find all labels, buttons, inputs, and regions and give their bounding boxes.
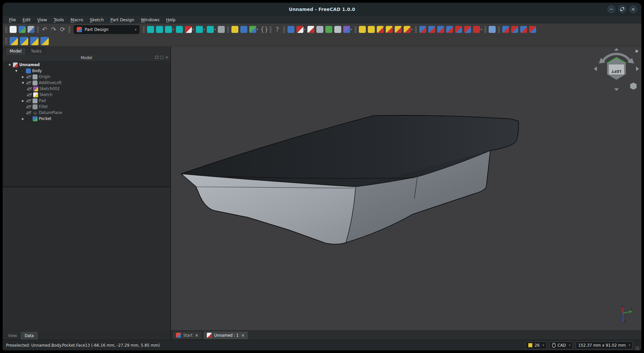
subtractive-helix-button[interactable]: [463, 25, 472, 34]
tab-model[interactable]: Model: [5, 48, 26, 55]
toolbar-handle[interactable]: [143, 26, 145, 33]
collapse-arrow-icon[interactable]: ▼: [13, 69, 19, 72]
additive-pipe-button[interactable]: [385, 25, 394, 34]
map-sketch-button[interactable]: [306, 25, 315, 34]
mdi-tab-unnamed-1[interactable]: Unnamed : 1×: [203, 331, 248, 340]
expand-arrow-icon[interactable]: ▶: [20, 117, 26, 120]
maximize-button[interactable]: [618, 5, 626, 13]
visibility-off-icon[interactable]: [27, 86, 33, 91]
toolbar-handle[interactable]: [270, 26, 272, 33]
chevron-down-icon[interactable]: ▾: [214, 28, 216, 31]
thickness-button[interactable]: [528, 25, 537, 34]
axonometric-view-button[interactable]: ▾: [164, 25, 175, 34]
expand-arrow-icon[interactable]: ▶: [20, 75, 26, 78]
visibility-off-icon[interactable]: [26, 74, 32, 79]
toolbar-handle[interactable]: [355, 26, 357, 33]
refresh-button[interactable]: ⟳: [58, 25, 67, 34]
create-body-button[interactable]: [286, 25, 295, 34]
toolbar-handle[interactable]: [283, 26, 285, 33]
menu-help[interactable]: Help: [163, 17, 179, 23]
measure-button[interactable]: [217, 25, 226, 34]
model-3d[interactable]: [171, 47, 641, 329]
toolbar-handle[interactable]: [227, 26, 229, 33]
boolean-operation-button[interactable]: [488, 25, 497, 34]
draw-style-button[interactable]: ▾: [184, 25, 195, 34]
whats-this-button[interactable]: ?: [273, 25, 282, 34]
subtractive-primitive-button[interactable]: ▾: [472, 25, 483, 34]
multi-transform-button[interactable]: [40, 36, 50, 46]
toolbar-handle[interactable]: [68, 26, 70, 33]
menu-edit[interactable]: Edit: [20, 17, 34, 23]
subtractive-loft-button[interactable]: [454, 25, 463, 34]
toolbar-handle[interactable]: [415, 26, 417, 33]
tab-data-properties[interactable]: Data: [21, 332, 37, 340]
additive-loft-button[interactable]: [376, 25, 385, 34]
make-link-button[interactable]: ▾: [248, 25, 259, 34]
tab-view-properties[interactable]: View: [5, 332, 20, 340]
chevron-down-icon[interactable]: ▾: [203, 28, 205, 31]
minimize-button[interactable]: −: [607, 5, 615, 13]
fit-all-button[interactable]: [146, 25, 155, 34]
polar-pattern-button[interactable]: [29, 36, 40, 46]
undo-button[interactable]: ↶: [40, 25, 49, 34]
attachment-button[interactable]: [315, 25, 324, 34]
save-document-button[interactable]: [27, 25, 36, 34]
pad-button[interactable]: [358, 25, 367, 34]
shape-binder-button[interactable]: [333, 25, 342, 34]
chevron-down-icon[interactable]: ▾: [411, 28, 413, 31]
visibility-on-icon[interactable]: [19, 68, 26, 73]
tab-tasks[interactable]: Tasks: [27, 48, 46, 55]
visibility-off-icon[interactable]: [26, 104, 32, 109]
tree-item-pocket[interactable]: ▶Pocket: [3, 116, 170, 122]
panel-close-icon[interactable]: ×: [165, 56, 168, 59]
expand-arrow-icon[interactable]: ▶: [20, 99, 26, 102]
toolbar-handle[interactable]: [5, 38, 7, 44]
sync-view-button[interactable]: [175, 25, 184, 34]
expression-editor-button[interactable]: {}: [259, 25, 268, 34]
new-document-button[interactable]: [9, 25, 18, 34]
tree-item-sketch002[interactable]: Sketch002: [3, 86, 170, 92]
viewport-dimensions-combo[interactable]: 152.37 mm x 91.02 mm▾: [576, 341, 633, 349]
chevron-down-icon[interactable]: ▾: [193, 28, 194, 31]
mark-size-combo[interactable]: 26▾: [525, 341, 547, 349]
tree-item-sketch[interactable]: Sketch: [3, 92, 170, 98]
visibility-off-icon[interactable]: [26, 80, 32, 85]
create-sketch-button[interactable]: ▾: [295, 25, 306, 34]
box-element-selection-button[interactable]: ▾: [195, 25, 206, 34]
chevron-down-icon[interactable]: ▾: [481, 28, 482, 31]
tree-item-origin[interactable]: ▶Origin: [3, 74, 170, 80]
chevron-down-icon[interactable]: ▾: [351, 28, 352, 31]
redo-button[interactable]: ↷: [49, 25, 58, 34]
toolbar-handle[interactable]: [484, 26, 486, 33]
collapse-arrow-icon[interactable]: ▼: [7, 63, 13, 66]
pocket-button[interactable]: [418, 25, 427, 34]
groove-button[interactable]: [436, 25, 445, 34]
chevron-down-icon[interactable]: ▾: [304, 28, 305, 31]
additive-helix-button[interactable]: [394, 25, 403, 34]
menu-view[interactable]: View: [34, 17, 50, 23]
chevron-down-icon[interactable]: ▾: [173, 28, 174, 31]
hole-button[interactable]: [427, 25, 436, 34]
toolbar-handle[interactable]: [5, 26, 7, 33]
subtractive-pipe-button[interactable]: [445, 25, 454, 34]
validate-sketch-button[interactable]: [324, 25, 333, 34]
fit-selection-button[interactable]: [155, 25, 164, 34]
chevron-down-icon[interactable]: ▾: [257, 28, 258, 31]
navigation-style-combo[interactable]: CAD▾: [549, 341, 573, 349]
tree-item-fillet[interactable]: Fillet: [3, 104, 170, 110]
open-document-button[interactable]: [18, 25, 27, 34]
create-group-button[interactable]: [239, 25, 248, 34]
linear-pattern-button[interactable]: [19, 36, 29, 46]
3d-viewport[interactable]: LEFT X Y Z: [171, 47, 641, 330]
tree-item-unnamed[interactable]: ▼Unnamed: [3, 62, 170, 68]
toolbar-handle[interactable]: [37, 26, 39, 33]
tree-item-pad[interactable]: ▶Pad: [3, 98, 170, 104]
mirrored-button[interactable]: [9, 36, 19, 46]
visibility-on-icon[interactable]: [26, 116, 32, 121]
collapse-arrow-icon[interactable]: ▼: [20, 81, 26, 84]
tree-item-additiveloft[interactable]: ▼AdditiveLoft: [3, 80, 170, 86]
property-editor[interactable]: [3, 187, 170, 331]
menu-part-design[interactable]: Part Design: [108, 17, 137, 23]
navigation-cube[interactable]: LEFT: [592, 48, 641, 92]
menu-file[interactable]: File: [6, 17, 19, 23]
